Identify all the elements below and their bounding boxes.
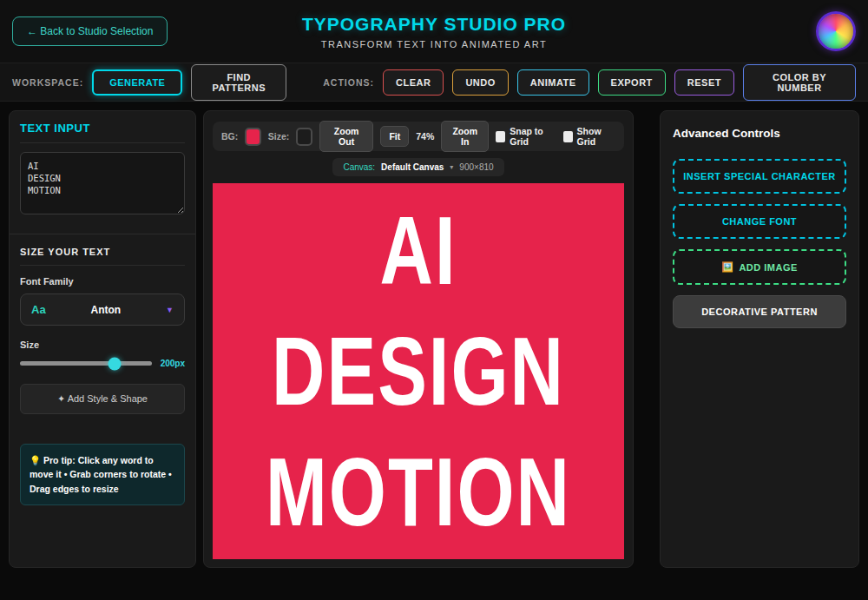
size-color-swatch[interactable] [296, 128, 312, 146]
main-content: TEXT INPUT AI DESIGN MOTION SIZE YOUR TE… [0, 102, 868, 575]
canvas-area[interactable]: AI DESIGN MOTION [213, 183, 624, 559]
actions-label: ACTIONS: [323, 77, 374, 88]
decorative-pattern-label: DECORATIVE PATTERN [701, 307, 818, 317]
app-logo [816, 11, 856, 51]
bg-label: BG: [221, 131, 238, 142]
size-your-text-title: SIZE YOUR TEXT [20, 234, 185, 266]
color-by-number-button[interactable]: COLOR BY NUMBER [743, 64, 856, 101]
canvas-dimensions: 900×810 [459, 162, 493, 172]
insert-special-character-label: INSERT SPECIAL CHARACTER [683, 171, 836, 181]
size-slider[interactable] [20, 361, 152, 366]
canvas-text-line[interactable]: AI [380, 202, 457, 299]
font-family-label: Font Family [20, 276, 185, 287]
insert-special-character-button[interactable]: INSERT SPECIAL CHARACTER [673, 159, 846, 194]
pro-tip-text: Pro tip: Click any word to move it • Gra… [30, 455, 172, 494]
zoom-out-button[interactable]: Zoom Out [319, 121, 373, 152]
header: ← Back to Studio Selection TYPOGRAPHY ST… [0, 0, 868, 63]
chevron-down-icon: ▼ [166, 306, 174, 314]
show-grid-label: Show Grid [577, 126, 615, 147]
change-font-label: CHANGE FONT [722, 216, 797, 227]
undo-button[interactable]: UNDO [452, 69, 508, 96]
canvas-panel: BG: Size: Zoom Out Fit 74% Zoom In Snap … [203, 110, 634, 568]
font-name: Anton [46, 304, 166, 316]
decorative-pattern-button[interactable]: DECORATIVE PATTERN [673, 295, 846, 328]
show-grid-checkbox[interactable] [563, 131, 573, 142]
snap-to-grid-label: Snap to Grid [510, 126, 556, 147]
font-icon: Aa [31, 303, 46, 316]
pro-tip: 💡 Pro tip: Click any word to move it • G… [20, 444, 185, 505]
canvas-name: Default Canvas [381, 162, 444, 172]
bg-color-swatch[interactable] [245, 128, 261, 146]
reset-button[interactable]: RESET [674, 69, 734, 96]
animate-button[interactable]: ANIMATE [517, 69, 589, 96]
zoom-in-button[interactable]: Zoom In [441, 121, 489, 152]
fit-button[interactable]: Fit [380, 126, 409, 147]
show-grid-row: Show Grid [563, 126, 615, 147]
advanced-controls-title: Advanced Controls [673, 127, 846, 140]
snap-to-grid-row: Snap to Grid [496, 126, 556, 147]
canvas-label: Canvas: [343, 162, 375, 172]
text-input-title: TEXT INPUT [20, 122, 185, 143]
canvas-toolbar: BG: Size: Zoom Out Fit 74% Zoom In Snap … [213, 122, 624, 151]
find-patterns-button[interactable]: FIND PATTERNS [191, 64, 286, 101]
add-image-button[interactable]: 🖼️ ADD IMAGE [673, 249, 846, 285]
main-toolbar: WORKSPACE: GENERATE FIND PATTERNS ACTION… [0, 63, 868, 102]
back-to-studio-selection-button[interactable]: ← Back to Studio Selection [12, 16, 168, 46]
generate-button[interactable]: GENERATE [92, 69, 182, 96]
size-slider-thumb[interactable] [108, 357, 122, 370]
canvas-text-line[interactable]: DESIGN [272, 323, 565, 419]
change-font-button[interactable]: CHANGE FONT [673, 204, 846, 239]
chevron-down-icon: ▾ [450, 163, 453, 171]
workspace-label: WORKSPACE: [12, 77, 83, 88]
font-family-select[interactable]: Aa Anton ▼ [20, 293, 185, 326]
canvas-size-label: Size: [268, 131, 290, 142]
zoom-level: 74% [416, 131, 434, 142]
image-icon: 🖼️ [721, 261, 733, 273]
snap-to-grid-checkbox[interactable] [496, 131, 505, 142]
lightbulb-icon: 💡 [30, 455, 41, 465]
advanced-controls-panel: Advanced Controls INSERT SPECIAL CHARACT… [660, 110, 859, 568]
size-label: Size [20, 340, 185, 350]
app-window: ← Back to Studio Selection TYPOGRAPHY ST… [0, 0, 868, 600]
export-button[interactable]: EXPORT [598, 69, 666, 96]
text-input-textarea[interactable]: AI DESIGN MOTION [20, 152, 185, 214]
canvas-text-line[interactable]: MOTION [266, 444, 571, 540]
size-value: 200px [161, 359, 185, 368]
clear-button[interactable]: CLEAR [383, 69, 444, 96]
canvas-select[interactable]: Canvas: Default Canvas ▾ 900×810 [332, 158, 503, 176]
add-image-label: ADD IMAGE [739, 262, 797, 273]
left-sidebar: TEXT INPUT AI DESIGN MOTION SIZE YOUR TE… [9, 110, 196, 568]
size-slider-row: 200px [20, 359, 185, 368]
add-style-shape-button[interactable]: ✦ Add Style & Shape [20, 384, 185, 414]
